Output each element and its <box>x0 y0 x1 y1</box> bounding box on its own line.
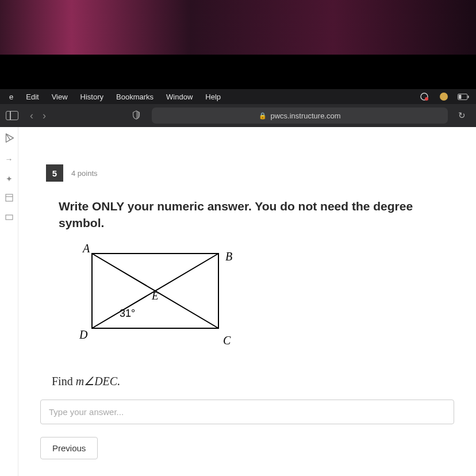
tool-icon-2[interactable] <box>5 194 14 203</box>
tool-icon-1[interactable]: ✦ <box>5 174 14 183</box>
expand-icon[interactable]: → <box>5 155 14 164</box>
privacy-shield-icon[interactable] <box>131 110 143 121</box>
angle-label: 31° <box>120 308 135 319</box>
label-a: A <box>82 242 90 255</box>
question-instruction: Write ONLY your numeric answer. You do n… <box>59 198 461 232</box>
user-icon[interactable] <box>438 92 450 101</box>
address-bar[interactable]: 🔒 pwcs.instructure.com <box>152 108 448 124</box>
label-d: D <box>79 328 88 341</box>
geometry-figure: A B C D E 31° <box>75 242 247 357</box>
svg-rect-5 <box>6 194 13 201</box>
question-prompt: Find m∠DEC. <box>52 374 476 388</box>
menu-bookmarks[interactable]: Bookmarks <box>110 91 159 103</box>
tool-icon-3[interactable] <box>5 213 14 222</box>
menu-window[interactable]: Window <box>160 91 198 103</box>
macos-menu-bar: e Edit View History Bookmarks Window Hel… <box>0 89 476 104</box>
question-number: 5 <box>46 164 63 182</box>
menu-help[interactable]: Help <box>199 91 227 103</box>
label-e: E <box>151 290 159 302</box>
previous-button[interactable]: Previous <box>40 437 98 459</box>
answer-input[interactable] <box>40 400 454 424</box>
menu-view[interactable]: View <box>46 91 74 103</box>
formative-logo-icon[interactable] <box>3 132 16 144</box>
question-points: 4 points <box>71 169 98 178</box>
menu-app[interactable]: e <box>3 91 19 103</box>
menu-history[interactable]: History <box>75 91 109 103</box>
svg-rect-7 <box>6 215 13 220</box>
svg-point-1 <box>425 97 428 101</box>
back-button[interactable]: ‹ <box>25 110 38 122</box>
url-text: pwcs.instructure.com <box>270 112 340 120</box>
label-c: C <box>223 334 231 347</box>
sidebar-toggle-icon[interactable] <box>6 111 18 120</box>
formative-rail: → ✦ <box>0 127 18 476</box>
menu-edit[interactable]: Edit <box>20 91 44 103</box>
status-icon[interactable] <box>419 92 430 101</box>
svg-rect-4 <box>459 94 462 98</box>
svg-rect-3 <box>468 95 469 98</box>
battery-icon[interactable] <box>458 92 469 101</box>
reload-button[interactable]: ↻ <box>454 110 470 121</box>
label-b: B <box>225 250 232 263</box>
lock-icon: 🔒 <box>259 112 267 120</box>
question-header: 5 4 points <box>46 164 476 182</box>
question-panel: 5 4 points Write ONLY your numeric answe… <box>18 127 476 476</box>
laptop-bezel <box>0 55 476 89</box>
safari-toolbar: ‹ › 🔒 pwcs.instructure.com ↻ <box>0 104 476 127</box>
forward-button[interactable]: › <box>38 110 51 122</box>
page-content: → ✦ 5 4 points Write ONLY your numeric a… <box>0 127 476 476</box>
